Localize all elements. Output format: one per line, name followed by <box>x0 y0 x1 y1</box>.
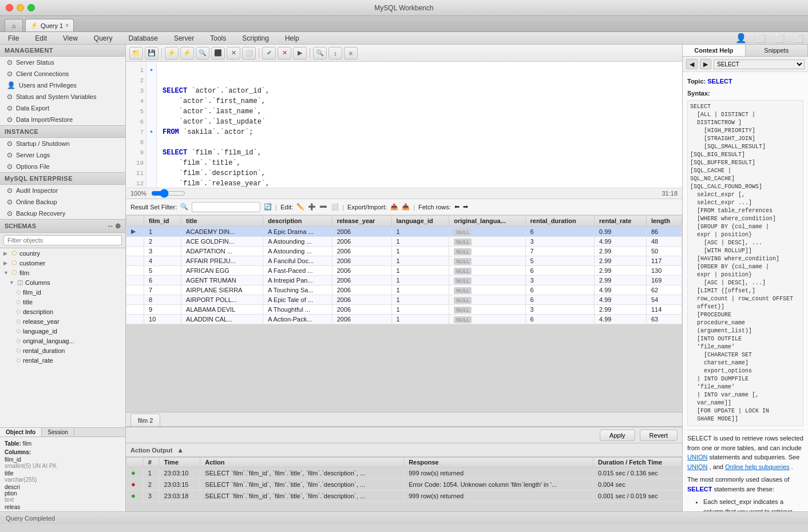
schemas-expand-icon[interactable]: ↔ <box>107 222 114 230</box>
menu-edit[interactable]: Edit <box>31 33 50 43</box>
fetch-btn-1[interactable]: ⬅ <box>454 203 460 211</box>
revert-button[interactable]: Revert <box>640 430 678 441</box>
layout-icon1[interactable]: ⬜ <box>756 34 766 43</box>
tab-snippets[interactable]: Snippets <box>746 45 809 56</box>
apply-button[interactable]: Apply <box>600 430 635 441</box>
sidebar-item-status-variables[interactable]: ⊙ Status and System Variables <box>0 91 125 102</box>
sidebar-item-backup-recovery[interactable]: ⊙ Backup Recovery <box>0 208 125 219</box>
sidebar-item-data-import[interactable]: ⊙ Data Import/Restore <box>0 114 125 125</box>
col-release-year[interactable]: ◇ release_year <box>0 316 125 326</box>
sidebar-item-users-privileges[interactable]: 👤 Users and Privileges <box>0 80 125 91</box>
open-file-btn[interactable]: 📁 <box>129 47 143 59</box>
export-btn[interactable]: 📤 <box>390 203 398 211</box>
output-expand-icon[interactable]: ▲ <box>177 446 184 454</box>
result-row-3[interactable]: 3ADAPTATION ...A Astounding ...20061NULL… <box>126 247 682 256</box>
tab-context-help[interactable]: Context Help <box>683 45 746 56</box>
minimize-button[interactable] <box>17 4 24 11</box>
layout-icon3[interactable]: ⬜ <box>794 34 803 43</box>
edit-btn-2[interactable]: ➕ <box>308 203 316 211</box>
stop-btn[interactable]: ⬛ <box>211 47 225 59</box>
autocommit-btn[interactable]: ▶ <box>293 47 307 59</box>
fetch-btn-2[interactable]: ➡ <box>463 203 468 211</box>
col-rental-rate[interactable]: ◇ rental_rate <box>0 355 125 365</box>
help-union-ref[interactable]: UNION <box>687 463 707 470</box>
tab-session[interactable]: Session <box>42 428 74 436</box>
help-forward-btn[interactable]: ▶ <box>700 59 711 69</box>
menu-query[interactable]: Query <box>90 33 116 43</box>
edit-btn-3[interactable]: ➖ <box>319 203 327 211</box>
sidebar-item-data-export[interactable]: ⊙ Data Export <box>0 102 125 114</box>
result-row-7[interactable]: 7AIRPLANE SIERRAA Touching Sa...20061NUL… <box>126 285 682 295</box>
result-row-10[interactable]: 10ALADDIN CAL...A Action-Pack...20061NUL… <box>126 315 682 324</box>
result-row-8[interactable]: 8AIRPORT POLL...A Epic Tale of ...20061N… <box>126 295 682 305</box>
commit-btn[interactable]: ✔ <box>262 47 276 59</box>
tab-close-icon[interactable]: × <box>65 22 69 29</box>
col-header-release-year[interactable]: release_year <box>332 216 391 227</box>
tab-object-info[interactable]: Object Info <box>0 428 42 436</box>
sidebar-item-online-backup[interactable]: ⊙ Online Backup <box>0 196 125 208</box>
col-header-language-id[interactable]: language_id <box>391 216 449 227</box>
edit-btn-4[interactable]: ⬜ <box>331 203 339 211</box>
zoom-slider[interactable] <box>151 189 185 198</box>
col-header-title[interactable]: title <box>181 216 263 227</box>
import-btn[interactable]: 📥 <box>402 203 410 211</box>
help-select-ref[interactable]: SELECT <box>687 486 712 493</box>
col-header-rental-duration[interactable]: rental_duration <box>525 216 594 227</box>
col-header-description[interactable]: description <box>263 216 332 227</box>
col-original-language[interactable]: ◇ original_languag... <box>0 336 125 346</box>
schemas-refresh-icon[interactable]: ⊕ <box>115 222 121 230</box>
result-row-5[interactable]: 5AFRICAN EGGA Fast-Paced ...20061NULL62.… <box>126 266 682 276</box>
menu-help[interactable]: Help <box>282 33 303 43</box>
col-header-rental-rate[interactable]: rental_rate <box>595 216 647 227</box>
col-header-length[interactable]: length <box>646 216 682 227</box>
execute-btn[interactable]: ⚡ <box>165 47 179 59</box>
result-row-2[interactable]: 2ACE GOLDFIN...A Astounding ...20061NULL… <box>126 237 682 247</box>
col-language-id[interactable]: ◇ language_id <box>0 326 125 336</box>
help-online-link[interactable]: Online help subqueries <box>725 463 790 470</box>
edit-btn-1[interactable]: ✏️ <box>296 203 304 211</box>
close-button[interactable] <box>6 4 13 11</box>
execute-current-btn[interactable]: ⚡ <box>180 47 194 59</box>
menu-scripting[interactable]: Scripting <box>239 33 272 43</box>
menu-database[interactable]: Database <box>125 33 161 43</box>
clear-btn[interactable]: ⬜ <box>242 47 256 59</box>
menu-tools[interactable]: Tools <box>207 33 229 43</box>
menu-view[interactable]: View <box>60 33 81 43</box>
help-union-link[interactable]: UNION <box>687 454 707 460</box>
result-row-4[interactable]: 4AFFAIR PREJU...A Fanciful Doc...20061NU… <box>126 256 682 266</box>
maximize-button[interactable] <box>27 4 35 11</box>
format-btn[interactable]: ↕ <box>328 47 342 59</box>
schema-film[interactable]: ▼ ⬡ film <box>0 268 125 277</box>
result-row-1[interactable]: ▶1ACADEMY DIN...A Epic Drama ...20061NUL… <box>126 227 682 237</box>
sidebar-item-options-file[interactable]: ⊙ Options File <box>0 161 125 172</box>
menu-file[interactable]: File <box>5 33 22 43</box>
save-btn[interactable]: 💾 <box>145 47 159 59</box>
col-header-film-id[interactable]: film_id <box>144 216 181 227</box>
menu-server[interactable]: Server <box>171 33 197 43</box>
help-topic-select[interactable]: SELECT <box>714 59 805 69</box>
rollback-btn[interactable]: ✕ <box>278 47 291 59</box>
sidebar-item-client-connections[interactable]: ⊙ Client Connections <box>0 68 125 80</box>
refresh-btn[interactable]: 🔄 <box>264 203 272 211</box>
filter-input[interactable] <box>3 235 122 245</box>
sidebar-item-server-logs[interactable]: ⊙ Server Logs <box>0 149 125 161</box>
sidebar-item-audit-inspector[interactable]: ⊙ Audit Inspector <box>0 185 125 196</box>
home-tab[interactable]: ⌂ <box>5 19 23 31</box>
help-back-btn[interactable]: ◀ <box>686 59 698 69</box>
layout-icon2[interactable]: ⬜ <box>775 34 785 43</box>
sidebar-item-server-status[interactable]: ⊙ Server Status <box>0 57 125 68</box>
result-row-9[interactable]: 9ALABAMA DEVILA Thoughtful ...20061NULL3… <box>126 305 682 315</box>
columns-folder[interactable]: ▼ ◫ Columns <box>0 277 125 287</box>
col-header-original-lang[interactable]: original_langua... <box>449 216 525 227</box>
col-film-id[interactable]: ◇ film_id <box>0 287 125 297</box>
result-filter-input[interactable] <box>192 202 260 212</box>
col-title[interactable]: ◇ title <box>0 297 125 307</box>
col-rental-duration[interactable]: ◇ rental_duration <box>0 346 125 355</box>
explain-btn[interactable]: 🔍 <box>196 47 209 59</box>
result-row-6[interactable]: 6AGENT TRUMANA Intrepid Pan...20061NULL3… <box>126 276 682 285</box>
result-tab-film2[interactable]: film 2 <box>130 414 160 426</box>
reconnect-btn[interactable]: ✕ <box>227 47 240 59</box>
col-description[interactable]: ◇ description <box>0 307 125 316</box>
settings-btn[interactable]: ≡ <box>344 47 358 59</box>
query-tab[interactable]: ⚡ Query 1 × <box>25 19 74 31</box>
